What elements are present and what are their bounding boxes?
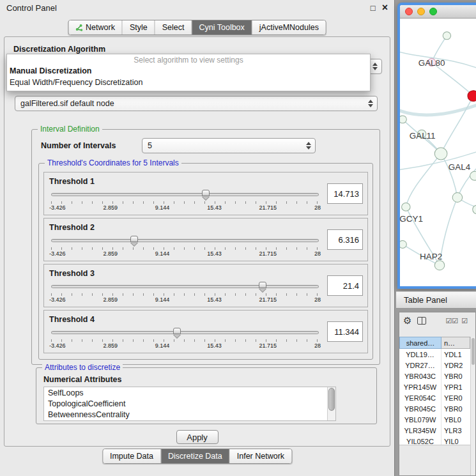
- tab-discretize-data[interactable]: Discretize Data: [161, 449, 230, 463]
- cell[interactable]: YLR345W: [399, 425, 441, 436]
- interval-definition-title: Interval Definition: [38, 125, 102, 134]
- slider-track[interactable]: [51, 285, 319, 288]
- tab-impute-data[interactable]: Impute Data: [103, 449, 161, 463]
- list-item[interactable]: SelfLoops: [48, 388, 335, 399]
- table-row[interactable]: YLR345WYLR3: [399, 425, 470, 436]
- cell[interactable]: YIL052C: [399, 436, 441, 445]
- cell[interactable]: YBR0: [441, 403, 470, 414]
- threshold-slider[interactable]: [51, 327, 319, 338]
- threshold-slider[interactable]: [51, 189, 319, 200]
- network-window-titlebar[interactable]: [400, 5, 476, 19]
- slider-thumb[interactable]: [130, 236, 138, 242]
- table-row[interactable]: YBL079WYBL0: [399, 414, 470, 425]
- cyni-toolbox-content: Discretization Algorithm Table Data galF…: [4, 36, 390, 447]
- scrollbar-thumb[interactable]: [472, 338, 475, 365]
- cell[interactable]: YIL0: [441, 436, 470, 445]
- threshold-value-field[interactable]: 11.344: [327, 321, 363, 342]
- slider-thumb[interactable]: [259, 282, 266, 288]
- cell[interactable]: YPR1: [441, 381, 470, 392]
- list-item[interactable]: TopologicalCoefficient: [48, 399, 335, 410]
- cell[interactable]: YDR27…: [399, 360, 441, 371]
- threshold-value-field[interactable]: 21.4: [327, 275, 363, 296]
- table-data-value: galFiltered.sif default node: [20, 99, 114, 108]
- column-header-shared-name[interactable]: shared…: [399, 337, 441, 349]
- popup-option-equal-width[interactable]: Equal Width/Frequency Discretization: [7, 77, 370, 88]
- attributes-group: Attributes to discretize Numerical Attri…: [36, 367, 377, 424]
- slider-ticks: [51, 201, 319, 204]
- tab-network[interactable]: Network: [68, 20, 123, 35]
- number-of-intervals-select[interactable]: 5: [142, 138, 316, 153]
- slider-thumb[interactable]: [202, 190, 210, 196]
- close-traffic-light-icon[interactable]: [405, 8, 413, 15]
- attributes-scrollbar[interactable]: [327, 387, 335, 420]
- cell[interactable]: YDL1: [441, 349, 470, 360]
- tab-cyni-toolbox[interactable]: Cyni Toolbox: [192, 20, 252, 35]
- slider-scale: -3.4262.8599.14415.4321.71528: [49, 250, 321, 257]
- slider-track[interactable]: [51, 331, 319, 334]
- popup-placeholder: Select algorithm to view settings: [7, 54, 370, 65]
- tab-label: Infer Network: [237, 452, 284, 461]
- tab-select[interactable]: Select: [155, 20, 192, 35]
- select-column-icon[interactable]: ☑: [461, 317, 468, 325]
- tab-infer-network[interactable]: Infer Network: [230, 449, 291, 463]
- cell[interactable]: YBR0: [441, 371, 470, 381]
- cell[interactable]: YBR043C: [399, 371, 441, 381]
- table-row[interactable]: YDR27…YDR2: [399, 360, 470, 371]
- node-label-gcy1: GCY1: [400, 214, 423, 224]
- attributes-list[interactable]: SelfLoops TopologicalCoefficient Between…: [43, 387, 336, 421]
- cell[interactable]: YDR2: [441, 360, 470, 371]
- algorithm-group-label: Discretization Algorithm: [13, 45, 105, 54]
- slider-thumb[interactable]: [173, 328, 181, 334]
- scrollbar-thumb[interactable]: [328, 388, 335, 411]
- table-row[interactable]: YDL19…YDL1: [399, 349, 470, 360]
- number-of-intervals-label: Number of Intervals: [41, 141, 116, 150]
- slider-ticks: [51, 247, 319, 250]
- attributes-group-title: Attributes to discretize: [42, 363, 123, 372]
- threshold-value-field[interactable]: 6.316: [327, 229, 363, 250]
- tab-label: Style: [130, 23, 148, 32]
- thresholds-group-title: Threshold's Coordinates for 5 Intervals: [45, 158, 181, 167]
- cell[interactable]: YLR3: [441, 425, 470, 436]
- numerical-attributes-label: Numerical Attributes: [43, 375, 121, 384]
- threshold-slider[interactable]: [51, 235, 319, 246]
- table-row[interactable]: YIL052CYIL0: [399, 436, 470, 445]
- cell[interactable]: YDL19…: [399, 349, 441, 360]
- cell[interactable]: YER054C: [399, 392, 441, 403]
- table-row[interactable]: YBR043CYBR0: [399, 371, 470, 381]
- gear-icon[interactable]: ⚙: [403, 315, 411, 326]
- network-canvas[interactable]: GAL80 GAL11 GAL4 GCY1 HAP2: [400, 19, 476, 286]
- columns-icon[interactable]: [417, 317, 426, 325]
- table-row[interactable]: YER054CYER0: [399, 392, 470, 403]
- slider-track[interactable]: [51, 193, 319, 196]
- close-icon[interactable]: ×: [382, 3, 388, 13]
- number-of-intervals-value: 5: [148, 141, 152, 150]
- cell[interactable]: YER0: [441, 392, 470, 403]
- cell[interactable]: YPR145W: [399, 381, 441, 392]
- column-header-name[interactable]: n…: [441, 337, 470, 349]
- scale-label: 21.715: [259, 204, 277, 211]
- scale-label: 28: [314, 204, 321, 211]
- zoom-traffic-light-icon[interactable]: [429, 8, 437, 15]
- select-all-icon[interactable]: ☑☑: [445, 317, 458, 325]
- node-label-hap2: HAP2: [420, 252, 442, 262]
- table-body: YDL19…YDL1 YDR27…YDR2 YBR043CYBR0 YPR145…: [399, 349, 470, 445]
- minimize-traffic-light-icon[interactable]: [417, 8, 425, 15]
- apply-button[interactable]: Apply: [176, 430, 219, 444]
- list-item[interactable]: BetweennessCentrality: [48, 410, 335, 420]
- tab-style[interactable]: Style: [123, 20, 155, 35]
- tab-jactivemodules[interactable]: jActiveMNodules: [252, 20, 326, 35]
- popup-option-manual-discretization[interactable]: Manual Discretization: [7, 65, 370, 77]
- threshold-value-field[interactable]: 14.713: [327, 183, 363, 204]
- threshold-slider[interactable]: [51, 281, 319, 292]
- cell[interactable]: YBL0: [441, 414, 470, 425]
- scale-label: -3.426: [49, 342, 66, 349]
- table-data-select[interactable]: galFiltered.sif default node: [15, 96, 378, 111]
- control-panel: Control Panel □ × Network Style Select C…: [0, 0, 395, 476]
- float-window-icon[interactable]: □: [371, 4, 376, 12]
- cell[interactable]: YBL079W: [399, 414, 441, 425]
- table-scrollbar[interactable]: [470, 337, 475, 475]
- table-row[interactable]: YPR145WYPR1: [399, 381, 470, 392]
- slider-track[interactable]: [51, 239, 319, 242]
- table-row[interactable]: YBR045CYBR0: [399, 403, 470, 414]
- cell[interactable]: YBR045C: [399, 403, 441, 414]
